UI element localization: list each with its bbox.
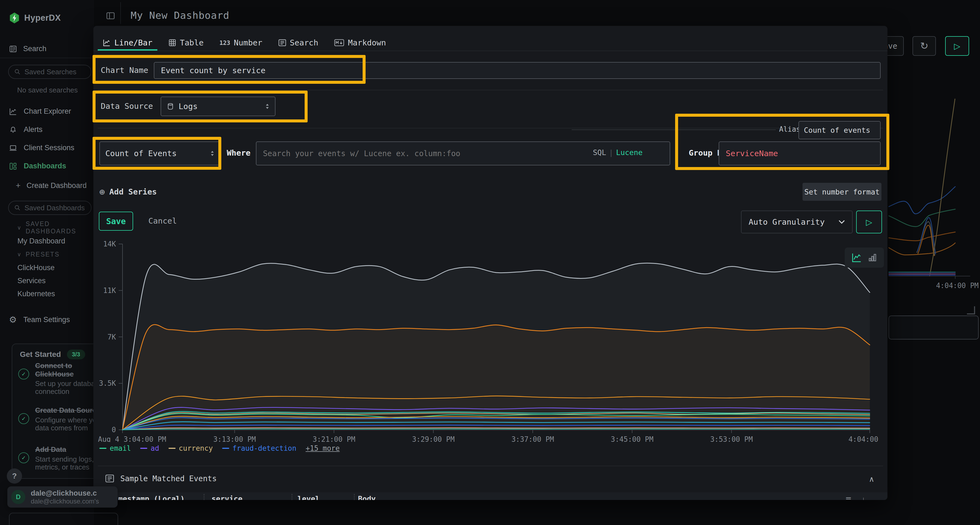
- highlight-chart-name: [92, 55, 366, 84]
- sample-matched-events-header[interactable]: Sample Matched Events: [105, 474, 217, 483]
- app-root: HyperDX Search Saved Searches No saved s…: [0, 0, 980, 525]
- play-icon: ▷: [954, 41, 960, 51]
- tile-resize-handle[interactable]: [967, 306, 975, 314]
- chevron-down-icon: ∨: [17, 251, 22, 258]
- user-card[interactable]: D dale@clickhouse.c dale@clickhouse.com'…: [7, 486, 118, 508]
- sidebar: HyperDX Search Saved Searches No saved s…: [0, 0, 94, 525]
- sidebar-item-my-dashboard[interactable]: My Dashboard: [0, 235, 94, 247]
- svg-text:11K: 11K: [103, 286, 116, 295]
- sidebar-item-dashboards[interactable]: Dashboards: [0, 157, 94, 175]
- column-separator[interactable]: [204, 494, 204, 500]
- legend-item-fraud-detection[interactable]: fraud-detection: [222, 444, 296, 452]
- sidebar-item-clickhouse[interactable]: ClickHouse: [0, 261, 94, 274]
- table-icon: [168, 39, 177, 47]
- where-label: Where: [227, 148, 250, 157]
- refresh-button[interactable]: ↻: [913, 36, 936, 56]
- add-series-button[interactable]: ⊕ Add Series: [99, 186, 157, 197]
- cancel-button[interactable]: Cancel: [148, 216, 177, 225]
- sidebar-item-label: Search: [23, 44, 46, 53]
- hyperdx-logo-icon: [9, 12, 20, 24]
- brand[interactable]: HyperDX: [9, 12, 61, 24]
- column-settings-icon[interactable]: ≣: [845, 495, 851, 500]
- page-title[interactable]: My New Dashboard: [130, 10, 229, 21]
- saved-dashboards-input[interactable]: Saved Dashboards: [8, 201, 91, 215]
- sidebar-item-client-sessions[interactable]: Client Sessions: [0, 139, 94, 157]
- tab-table[interactable]: Table: [163, 36, 208, 51]
- gear-icon: ⚙: [9, 314, 17, 325]
- tab-search[interactable]: Search: [273, 36, 323, 51]
- section-header-saved-dashboards[interactable]: ∨SAVED DASHBOARDS: [0, 221, 94, 235]
- save-button[interactable]: Save: [99, 212, 133, 231]
- brand-name: HyperDX: [24, 13, 61, 23]
- column-header-level[interactable]: level: [298, 495, 320, 500]
- add-series-label: Add Series: [109, 187, 157, 197]
- highlight-group-by: [675, 114, 889, 170]
- granularity-select[interactable]: Auto Granularity: [741, 211, 853, 233]
- sidebar-item-alerts[interactable]: Alerts: [0, 121, 94, 139]
- lucene-toggle[interactable]: Lucene: [616, 148, 643, 157]
- tab-markdown[interactable]: Markdown: [329, 36, 391, 51]
- dashboard-play-button[interactable]: ▷: [945, 36, 969, 56]
- legend-more-link[interactable]: +15 more: [306, 444, 340, 452]
- background-tile-chart: [889, 92, 980, 280]
- help-button[interactable]: ?: [7, 468, 22, 484]
- svg-text:4:04:00 PM: 4:04:00 PM: [848, 435, 882, 442]
- sidebar-item-label: Chart Explorer: [24, 107, 71, 116]
- svg-text:3:21:00 PM: 3:21:00 PM: [313, 435, 356, 442]
- tab-number[interactable]: 123Number: [215, 36, 267, 51]
- run-query-button[interactable]: ▷: [856, 211, 882, 233]
- section-title: SAVED DASHBOARDS: [25, 220, 94, 235]
- sidebar-item-kubernetes[interactable]: Kubernetes: [0, 287, 94, 300]
- legend-label: email: [110, 444, 131, 452]
- column-header-timestamp[interactable]: Timestamp (Local): [110, 495, 185, 500]
- sidebar-item-services[interactable]: Services: [0, 274, 94, 287]
- background-input[interactable]: [889, 316, 978, 339]
- legend-label: currency: [179, 444, 213, 452]
- svg-text:3:53:00 PM: 3:53:00 PM: [710, 435, 753, 442]
- list-icon: [278, 39, 286, 47]
- bottom-panel: [9, 513, 118, 525]
- section-title: PRESETS: [25, 251, 60, 258]
- create-dashboard-button[interactable]: + Create Dashboard: [16, 181, 87, 190]
- svg-text:3:45:00 PM: 3:45:00 PM: [611, 435, 654, 442]
- legend-swatch: [169, 448, 176, 449]
- sidebar-collapse-button[interactable]: [106, 11, 115, 21]
- svg-text:14K: 14K: [103, 240, 116, 248]
- refresh-icon: ↻: [920, 40, 928, 52]
- divider: [93, 51, 888, 51]
- sql-toggle[interactable]: SQL: [593, 148, 606, 157]
- divider: |: [606, 148, 616, 157]
- column-header-service[interactable]: service: [212, 495, 243, 500]
- query-language-toggle[interactable]: SQL|Lucene: [593, 148, 643, 157]
- svg-text:7K: 7K: [108, 333, 116, 341]
- tab-label: Markdown: [348, 38, 386, 48]
- grid-icon: [9, 162, 17, 170]
- divider: [98, 466, 883, 466]
- search-panel-icon: [9, 45, 17, 53]
- column-separator[interactable]: [354, 494, 355, 500]
- chevron-down-icon: ∨: [17, 224, 22, 231]
- legend-item-ad[interactable]: ad: [140, 444, 159, 452]
- sidebar-item-chart-explorer[interactable]: Chart Explorer: [0, 102, 94, 121]
- sidebar-item-label: Alerts: [24, 125, 43, 134]
- tab-label: Search: [290, 38, 318, 48]
- tab-line-bar[interactable]: Line/Bar: [98, 36, 158, 51]
- bar-chart-icon[interactable]: [867, 253, 877, 262]
- plus-circle-icon: ⊕: [99, 186, 105, 197]
- column-header-body[interactable]: Body: [358, 495, 375, 500]
- legend-item-email[interactable]: email: [99, 444, 131, 452]
- sidebar-item-team-settings[interactable]: ⚙ Team Settings: [9, 314, 70, 325]
- saved-searches-input[interactable]: Saved Searches: [8, 65, 91, 79]
- sidebar-item-search[interactable]: Search: [9, 44, 46, 53]
- column-separator[interactable]: [291, 494, 293, 500]
- section-header-presets[interactable]: ∨PRESETS: [0, 247, 94, 261]
- legend-item-currency[interactable]: currency: [169, 444, 213, 452]
- chevron-up-icon[interactable]: ∧: [869, 475, 875, 484]
- set-number-format-button[interactable]: Set number format: [802, 183, 881, 201]
- tab-label: Table: [180, 38, 204, 48]
- download-icon[interactable]: ↓: [862, 495, 865, 500]
- chart-legend: emailadcurrencyfraud-detection+15 more: [99, 444, 340, 452]
- granularity-value: Auto Granularity: [749, 217, 824, 227]
- line-chart-icon[interactable]: [851, 252, 862, 263]
- timeseries-chart[interactable]: 03.5K7K11K14KAug 4 3:04:00 PM3:13:00 PM3…: [98, 240, 882, 442]
